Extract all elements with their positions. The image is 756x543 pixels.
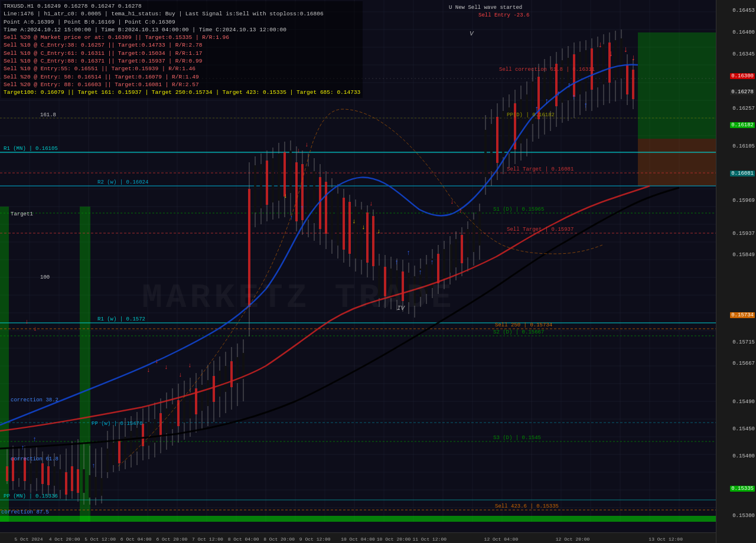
svg-text:161.8: 161.8 xyxy=(40,112,56,118)
svg-rect-81 xyxy=(30,463,32,484)
svg-rect-77 xyxy=(18,460,20,478)
svg-text:↓: ↓ xyxy=(155,358,159,365)
svg-rect-127 xyxy=(165,408,168,433)
info-line-1: TRXUSD.H1 0.16249 0.16278 0.16247 0.1627… xyxy=(4,2,360,10)
price-level-15715: 0.15715 xyxy=(732,339,755,345)
svg-text:↑: ↑ xyxy=(289,214,294,221)
svg-rect-143 xyxy=(213,376,215,402)
svg-rect-139 xyxy=(201,385,203,411)
svg-text:↑: ↑ xyxy=(567,81,572,90)
svg-text:R1 (w) | 0.1572: R1 (w) | 0.1572 xyxy=(97,316,145,322)
svg-rect-121 xyxy=(148,422,150,446)
price-level-16345: 0.16345 xyxy=(732,51,755,57)
svg-rect-247 xyxy=(520,99,522,143)
info-line-10: Sell %20 @ Entry: 50: 0.16514 || Target:… xyxy=(4,73,360,81)
svg-text:↓: ↓ xyxy=(598,40,602,50)
svg-rect-159 xyxy=(260,164,262,208)
svg-rect-263 xyxy=(567,58,569,100)
svg-text:↓: ↓ xyxy=(623,45,628,54)
time-label-6: 8 Oct 04:00 xyxy=(228,537,259,542)
time-label-3: 6 Oct 04:00 xyxy=(120,537,152,542)
svg-rect-223 xyxy=(450,244,452,273)
svg-rect-85 xyxy=(41,463,44,484)
price-level-16105: 0.16105 xyxy=(732,143,755,149)
svg-text:↓: ↓ xyxy=(164,364,168,371)
svg-rect-145 xyxy=(219,371,221,397)
info-line-8: Sell %10 @ C_Entry:88: 0.16371 || Target… xyxy=(4,57,360,65)
svg-rect-129 xyxy=(171,404,174,429)
svg-rect-177 xyxy=(313,171,315,223)
svg-rect-279 xyxy=(614,40,617,80)
svg-rect-229 xyxy=(467,229,469,257)
price-level-16257: 0.16257 xyxy=(732,106,755,112)
svg-text:↓: ↓ xyxy=(352,218,356,225)
time-label-7: 8 Oct 20:00 xyxy=(263,537,295,542)
svg-text:↓: ↓ xyxy=(608,49,613,58)
svg-text:↑: ↑ xyxy=(21,444,25,452)
svg-rect-83 xyxy=(35,460,38,478)
svg-text:R1 (MN) | 0.16105: R1 (MN) | 0.16105 xyxy=(4,146,58,152)
svg-rect-175 xyxy=(307,166,309,220)
svg-text:PP (MN) | 0.15336: PP (MN) | 0.15336 xyxy=(4,493,58,499)
time-label-5: 7 Oct 12:00 xyxy=(192,537,223,542)
time-label-1: 4 Oct 20:00 xyxy=(49,537,80,542)
svg-text:↑: ↑ xyxy=(572,93,576,102)
svg-rect-171 xyxy=(295,162,298,221)
info-line-12: Target100: 0.16079 || Target 161: 0.1593… xyxy=(4,89,360,96)
time-label-13: 12 Oct 20:00 xyxy=(556,537,590,542)
svg-rect-111 xyxy=(118,440,120,463)
info-line-6: Sell %10 @ C_Entry:38: 0.16257 || Target… xyxy=(4,41,360,49)
svg-text:Sell Target | 0.15937: Sell Target | 0.15937 xyxy=(507,227,573,233)
svg-rect-133 xyxy=(183,397,185,423)
svg-rect-273 xyxy=(597,47,599,87)
svg-text:U New Sell wave started: U New Sell wave started xyxy=(449,5,522,11)
svg-rect-103 xyxy=(94,477,97,498)
info-panel: TRXUSD.H1 0.16249 0.16278 0.16247 0.1627… xyxy=(1,1,363,98)
svg-text:↑: ↑ xyxy=(584,101,588,110)
svg-rect-97 xyxy=(77,469,79,493)
svg-text:↓: ↓ xyxy=(178,371,183,378)
svg-text:↑: ↑ xyxy=(300,204,304,211)
info-line-4: Time A:2024.10.12 15:00:00 | Time B:2024… xyxy=(4,26,360,34)
svg-text:correction 61.8: correction 61.8 xyxy=(11,456,58,462)
price-level-15400: 0.15400 xyxy=(732,453,755,459)
svg-text:↑: ↑ xyxy=(430,259,434,267)
svg-text:↑: ↑ xyxy=(556,89,561,98)
price-axis: 0.16453 0.16400 0.16345 0.16300 0.16278 … xyxy=(716,0,756,543)
svg-rect-189 xyxy=(348,202,351,254)
svg-text:Sell Entry -23.6: Sell Entry -23.6 xyxy=(478,12,529,18)
time-axis: 5 Oct 2024 4 Oct 20:00 5 Oct 12:00 6 Oct… xyxy=(0,532,716,543)
svg-text:↑: ↑ xyxy=(418,269,422,277)
svg-text:correction 87.5: correction 87.5 xyxy=(1,509,49,515)
svg-rect-57 xyxy=(0,516,716,522)
svg-text:Sell Target | 0.16081: Sell Target | 0.16081 xyxy=(507,166,573,172)
svg-text:PP(D) | 0.16182: PP(D) | 0.16182 xyxy=(507,112,555,118)
svg-rect-241 xyxy=(502,111,504,157)
svg-rect-91 xyxy=(59,469,61,490)
time-label-10: 10 Oct 20:00 xyxy=(377,537,411,542)
svg-text:↓: ↓ xyxy=(305,141,309,148)
svg-rect-87 xyxy=(47,466,50,485)
svg-text:↓: ↓ xyxy=(369,200,373,207)
svg-text:correction 38.2: correction 38.2 xyxy=(11,397,58,403)
svg-text:Sell correction 61.8 | 0.16311: Sell correction 61.8 | 0.16311 xyxy=(499,67,595,73)
svg-text:↓: ↓ xyxy=(458,207,462,214)
svg-rect-105 xyxy=(100,478,103,496)
svg-rect-157 xyxy=(254,165,256,212)
svg-rect-187 xyxy=(343,198,345,250)
info-line-2: Line:1476 | h1_atr_c0: 0.0005 | tema_h1_… xyxy=(4,10,360,18)
info-line-7: Sell %10 @ C_Entry:61: 0.16311 || Target… xyxy=(4,50,360,57)
svg-rect-235 xyxy=(484,130,487,177)
svg-text:↓: ↓ xyxy=(25,318,29,325)
svg-rect-193 xyxy=(360,210,363,260)
svg-text:S3 (D) | 0.1545: S3 (D) | 0.1545 xyxy=(493,435,541,441)
price-level-16453: 0.16453 xyxy=(732,8,755,14)
svg-rect-233 xyxy=(478,211,481,246)
price-level-16400: 0.16400 xyxy=(732,30,755,35)
price-level-15667: 0.15667 xyxy=(732,361,755,367)
svg-rect-161 xyxy=(266,161,268,205)
price-level-15849: 0.15849 xyxy=(732,252,755,258)
svg-text:↓: ↓ xyxy=(377,228,381,235)
time-label-14: 13 Oct 12:00 xyxy=(649,537,683,542)
svg-rect-183 xyxy=(331,188,333,240)
